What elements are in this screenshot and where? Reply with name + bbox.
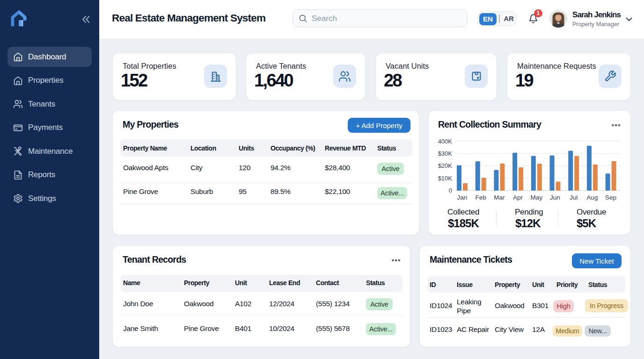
svg-text:Feb: Feb: [476, 194, 486, 201]
svg-text:Apr: Apr: [513, 194, 523, 201]
svg-text:Jan: Jan: [457, 194, 468, 201]
svg-text:$20K: $20K: [438, 162, 453, 169]
svg-text:Jul: Jul: [570, 194, 578, 201]
svg-text:May: May: [531, 194, 543, 201]
svg-text:$10K: $10K: [438, 175, 453, 182]
svg-text:$30K: $30K: [438, 150, 453, 157]
svg-text:0: 0: [449, 187, 452, 194]
svg-text:Mar: Mar: [494, 194, 505, 201]
svg-text:Sep: Sep: [605, 194, 616, 201]
svg-text:Aug: Aug: [586, 194, 598, 201]
svg-text:Jun: Jun: [550, 194, 560, 201]
svg-text:400K: 400K: [438, 138, 453, 145]
